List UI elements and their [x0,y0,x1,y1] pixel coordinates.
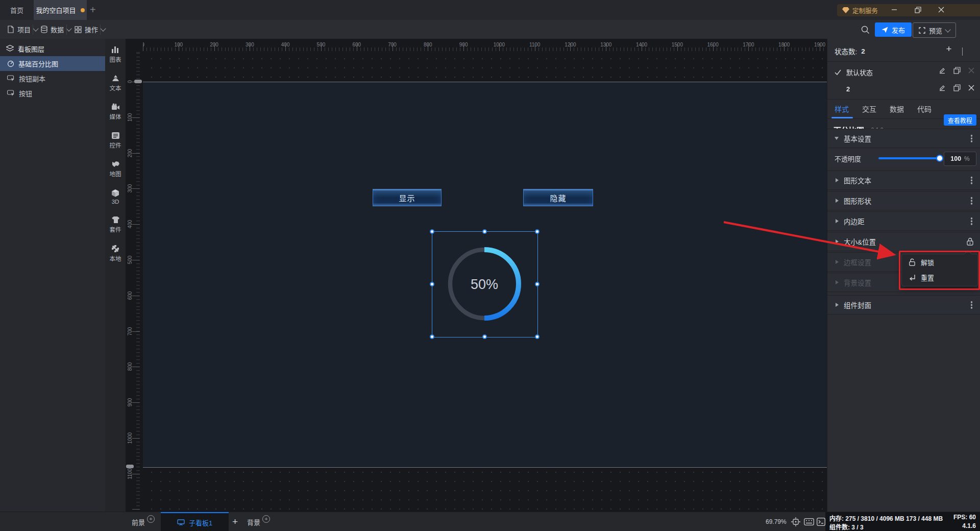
section-label: 图形形状 [844,196,871,206]
layer-item-percent-chart[interactable]: 基础百分比图 [0,56,105,71]
guide-handle[interactable] [134,80,142,83]
custom-service-badge[interactable]: 定制服务 [837,4,980,16]
opacity-label: 不透明度 [835,154,861,163]
menu-operations[interactable]: 操作 [69,20,110,39]
map-icon [111,160,120,168]
tutorial-button[interactable]: 查看教程 [944,114,976,126]
status-line-components: 组件数: 3 / 3 4.1.6 [829,522,976,531]
add-board-button[interactable]: + [232,512,238,531]
tool-charts[interactable]: 图表 [105,46,126,63]
collapse-states-button[interactable] [962,47,963,55]
new-tab-button[interactable]: + [90,5,96,15]
tool-label: 图表 [110,55,121,63]
add-state-button[interactable]: + [943,43,954,55]
opacity-slider-track[interactable] [878,157,940,159]
resize-handle-e[interactable] [535,282,540,286]
tab-data[interactable]: 数据 [890,104,904,114]
canvas-viewport[interactable]: 0100200300400500600700800900100011001200… [126,39,827,512]
tool-widgets[interactable]: 控件 [105,132,126,149]
puzzle-icon [111,245,119,253]
duplicate-icon[interactable] [953,67,961,74]
close-button[interactable] [934,3,948,17]
menu-bar: 项目 数据 操作 [0,20,980,39]
preview-button[interactable]: 预览 [913,22,956,38]
section-label: 内边距 [844,216,865,226]
tab-home[interactable]: 首页 [0,0,34,20]
fit-screen-button[interactable] [791,517,800,526]
opacity-value: 100 [950,155,961,162]
kebab-menu-icon[interactable] [971,200,973,202]
add-foreground-icon[interactable]: + [147,515,155,523]
bar-chart-icon [111,46,120,54]
opacity-slider-knob[interactable] [936,155,943,162]
tab-code[interactable]: 代码 [917,104,932,114]
subboard-tab-label: 子看板1 [189,518,212,527]
show-button[interactable]: 显示 [373,189,442,206]
minimize-button[interactable] [887,3,901,17]
shortcut-keys-button[interactable] [804,518,814,525]
resize-handle-n[interactable] [482,229,487,234]
section-padding[interactable]: 内边距 [827,211,980,231]
opacity-input[interactable]: 100 % [944,152,976,166]
tool-local[interactable]: 本地 [105,245,126,262]
bottom-bar: 前景 + 子看板1 + 背景 + 69.79% [0,512,980,531]
section-graphic-shape[interactable]: 图形形状 [827,191,980,210]
publish-button[interactable]: 发布 [875,22,912,37]
state-row-2[interactable]: 2 [846,81,850,97]
section-size-position[interactable]: 大小&位置 [827,232,980,251]
section-component-cover[interactable]: 组件封面 [827,295,980,315]
add-background-icon[interactable]: + [262,515,270,523]
search-button[interactable] [860,24,871,35]
guide-handle[interactable] [126,465,134,468]
resize-handle-ne[interactable] [535,229,540,234]
resize-handle-s[interactable] [482,334,487,339]
section-graphic-text[interactable]: 图形文本 [827,171,980,190]
resize-handle-nw[interactable] [430,229,434,234]
tab-style[interactable]: 样式 [835,104,849,114]
layer-item-label: 基础百分比图 [18,59,58,68]
edit-icon[interactable] [939,84,946,91]
status-line-memory: 内存: 275 / 3810 / 4096 MB 173 / 448 MB FP… [829,514,976,522]
ruler-ticks [132,51,140,512]
tab-project-label: 我的空白项目 [36,5,76,15]
kebab-menu-icon[interactable] [971,220,973,222]
tool-kit[interactable]: 套件 [105,216,126,233]
state-row-default[interactable]: 默认状态 [835,63,873,81]
resize-handle-w[interactable] [430,282,434,286]
edit-icon[interactable] [939,67,946,74]
tool-3d[interactable]: 3D [105,189,126,205]
subboard-tab[interactable]: 子看板1 [161,512,229,531]
resize-handle-se[interactable] [535,334,540,339]
tab-interaction[interactable]: 交互 [862,104,876,114]
tab-project[interactable]: 我的空白项目 [34,0,87,20]
donut-value-label: 50% [471,277,498,292]
panel-tabs: 样式 交互 数据 代码 [835,99,932,118]
layer-item-button[interactable]: 按钮 [0,86,105,101]
layer-item-button-copy[interactable]: 按钮副本 [0,71,105,86]
triangle-right-icon [836,280,839,284]
check-icon [835,69,841,75]
selection-box[interactable]: 50% [432,231,538,337]
section-basic-settings[interactable]: 基本设置 [827,129,980,148]
fullscreen-icon [919,27,925,34]
duplicate-icon[interactable] [953,84,961,91]
delete-icon[interactable] [968,85,974,91]
kebab-menu-icon[interactable] [971,179,973,181]
tool-map[interactable]: 地图 [105,160,126,178]
console-button[interactable] [817,518,825,526]
background-tab[interactable]: 背景 + [247,512,270,531]
chevron-down-icon [962,47,963,56]
percent-donut-chart[interactable]: 50% [432,232,536,336]
resize-handle-sw[interactable] [430,334,434,339]
zoom-level[interactable]: 69.79% [766,512,787,531]
tool-media[interactable]: 媒体 [105,103,126,120]
hide-button[interactable]: 隐藏 [523,189,593,206]
foreground-tab[interactable]: 前景 + [132,512,155,531]
app-window: 首页 我的空白项目 + 定制服务 [0,0,980,531]
kebab-menu-icon[interactable] [971,304,973,306]
maximize-button[interactable] [911,3,925,17]
lock-icon[interactable] [966,237,974,246]
kebab-menu-icon[interactable] [971,137,973,139]
tool-text[interactable]: 文本 [105,75,126,92]
section-label: 边框设置 [844,257,871,267]
